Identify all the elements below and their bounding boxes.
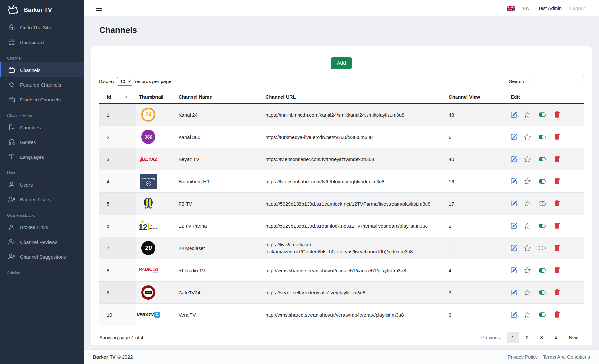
edit-button[interactable]: [511, 245, 517, 251]
table-row: 3∥BEYAZBeyaz TVhttps://tv.ensonhaber.com…: [99, 148, 584, 170]
favorite-star-button[interactable]: [524, 267, 531, 273]
delete-button[interactable]: [554, 156, 560, 162]
pagination-page-4[interactable]: 4: [550, 332, 562, 343]
status-toggle[interactable]: [538, 178, 547, 185]
status-toggle[interactable]: [538, 156, 547, 163]
delete-button[interactable]: [554, 289, 560, 296]
search-label: Search :: [509, 79, 527, 84]
user-menu[interactable]: Test Admin: [538, 5, 562, 11]
table-row: 9TV24CafeTV24https://srvx1.selftv.video/…: [99, 282, 584, 304]
edit-button[interactable]: [511, 134, 517, 140]
delete-button[interactable]: [554, 267, 560, 273]
search-input[interactable]: [530, 76, 584, 86]
edit-button[interactable]: [511, 267, 517, 273]
sidebar-item-disabled-channels[interactable]: Disabled Channels: [0, 92, 84, 107]
status-toggle[interactable]: [538, 289, 547, 296]
column-header-channel-view[interactable]: Channel View: [446, 91, 508, 104]
sidebar-item-dashboard[interactable]: Dashboard: [0, 35, 84, 50]
cell-id: 1: [99, 104, 136, 126]
edit-button[interactable]: [511, 289, 517, 296]
edit-button[interactable]: [511, 311, 517, 318]
delete-button[interactable]: [554, 134, 560, 140]
cell-thumbnail: RADIO 51NEWS: [136, 259, 175, 282]
cell-channel-url: http://wms.shared.streamshow.it/canale51…: [262, 259, 446, 282]
pagination-page-1[interactable]: 1: [507, 332, 519, 343]
footer-link-privacy-policy[interactable]: Privacy Policy: [508, 354, 538, 359]
delete-button[interactable]: [554, 178, 560, 185]
tv-logo-icon: [6, 4, 19, 16]
sidebar-item-users[interactable]: Users: [0, 177, 84, 192]
edit-button[interactable]: [511, 223, 517, 229]
delete-button[interactable]: [554, 111, 560, 118]
footer-link-terms-and-conditions[interactable]: Terms And Conditions: [543, 354, 590, 359]
status-toggle[interactable]: [538, 133, 547, 140]
user-x-icon: [8, 239, 15, 245]
status-toggle[interactable]: [538, 111, 547, 118]
favorite-star-button[interactable]: [524, 223, 531, 229]
status-toggle[interactable]: [538, 267, 547, 274]
cell-channel-name: Kanal 24: [175, 104, 262, 126]
channels-table: Id▲ThumbnailChannel NameChannel URLChann…: [99, 91, 584, 326]
favorite-star-button[interactable]: [524, 134, 531, 140]
uk-flag-icon[interactable]: [507, 6, 515, 11]
sidebar-item-channels[interactable]: Channels: [0, 62, 84, 77]
delete-button[interactable]: [554, 311, 560, 318]
favorite-star-button[interactable]: [524, 311, 531, 318]
logout-link[interactable]: Logout: [570, 5, 585, 11]
cell-channel-name: Kanal 360: [175, 126, 262, 148]
pagination-page-3[interactable]: 3: [535, 332, 547, 343]
edit-button[interactable]: [511, 178, 517, 185]
sidebar-item-countries[interactable]: Countries: [0, 120, 84, 135]
add-button[interactable]: Add: [331, 57, 352, 69]
table-row: 4BloombergHTBloomberg HThttps://tv.enson…: [99, 170, 584, 193]
channel-thumbnail: TV24: [139, 285, 172, 300]
pagination-next[interactable]: Next: [564, 332, 584, 343]
delete-button[interactable]: [554, 223, 560, 229]
status-toggle[interactable]: [538, 200, 547, 207]
flag-icon: [8, 124, 15, 130]
favorite-star-button[interactable]: [524, 178, 531, 185]
sidebar-item-genres[interactable]: Genres: [0, 135, 84, 149]
favorite-star-button[interactable]: [524, 289, 531, 296]
sidebar-item-label: Disabled Channels: [20, 97, 61, 102]
sidebar-item-label: Languages: [20, 154, 44, 160]
delete-button[interactable]: [554, 245, 560, 251]
cell-id: 4: [99, 170, 136, 193]
page-title: Channels: [99, 25, 584, 35]
sidebar-item-featured-channels[interactable]: Featured Channels: [0, 77, 84, 92]
sidebar-item-banned-users[interactable]: Banned Users: [0, 192, 84, 207]
status-toggle[interactable]: [538, 222, 547, 229]
favorite-star-button[interactable]: [524, 156, 531, 162]
column-header-thumbnail[interactable]: Thumbnail: [136, 91, 175, 104]
column-header-channel-name[interactable]: Channel Name: [175, 91, 262, 104]
favorite-star-button[interactable]: [524, 111, 531, 118]
sidebar-item-channel-reviews[interactable]: Channel Reviews: [0, 235, 84, 249]
column-header-channel-url[interactable]: Channel URL: [262, 91, 446, 104]
favorite-star-button[interactable]: [524, 200, 531, 207]
edit-button[interactable]: [511, 156, 517, 162]
cell-channel-view: 48: [446, 104, 508, 126]
edit-button[interactable]: [511, 111, 517, 118]
edit-button[interactable]: [511, 200, 517, 207]
table-row: 8RADIO 51NEWS51 Radio TVhttp://wms.share…: [99, 259, 584, 282]
sidebar-item-go-to-the-site[interactable]: Go to The Site: [0, 20, 84, 35]
column-header-id[interactable]: Id▲: [99, 91, 136, 104]
cell-id: 3: [99, 148, 136, 170]
status-toggle[interactable]: [538, 244, 547, 252]
hamburger-menu-button[interactable]: [95, 5, 103, 12]
status-toggle[interactable]: [538, 311, 547, 318]
cell-id: 9: [99, 282, 136, 304]
sidebar-item-languages[interactable]: Languages: [0, 149, 84, 164]
pagination-previous[interactable]: Previous: [476, 332, 505, 343]
brand[interactable]: Barker TV: [0, 0, 84, 20]
tv-icon: [8, 67, 15, 73]
language-label[interactable]: EN: [523, 5, 530, 11]
delete-button[interactable]: [554, 200, 560, 207]
cell-channel-view: 6: [446, 126, 508, 148]
column-header-edit[interactable]: Edit: [507, 91, 584, 104]
sidebar-item-broken-links[interactable]: Broken Links: [0, 220, 84, 235]
pagination-page-2[interactable]: 2: [521, 332, 533, 343]
records-per-page-select[interactable]: 10: [117, 77, 132, 86]
favorite-star-button[interactable]: [524, 245, 531, 251]
sidebar-item-channel-suggestions[interactable]: Channel Suggestions: [0, 249, 84, 264]
